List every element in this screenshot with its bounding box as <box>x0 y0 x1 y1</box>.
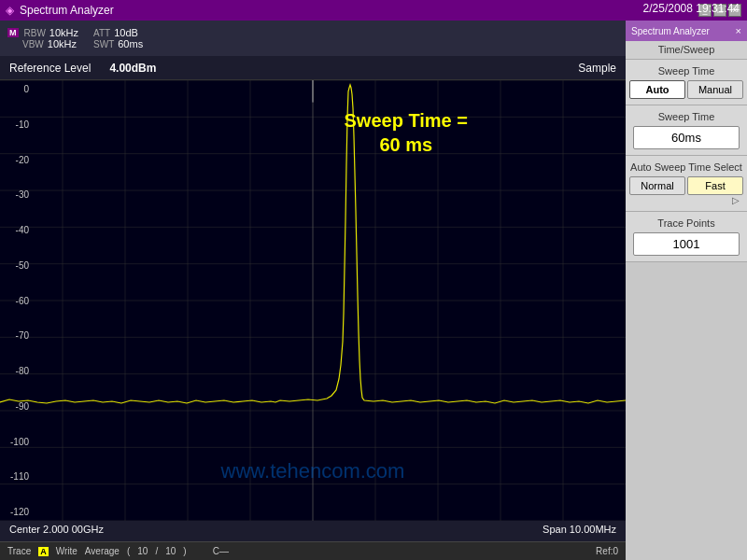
y-label-10: -10 <box>0 119 33 130</box>
analyzer-area: M RBW 10kHz VBW 10kHz ATT 10dB SWT 60ms <box>0 21 626 560</box>
y-label-30: -30 <box>0 189 33 200</box>
rbw-label: RBW <box>24 28 46 38</box>
status-bar: Trace A Write Average ( 10 / 10 ) C— Ref… <box>0 541 626 560</box>
sweep-text-line1: Sweep Time = <box>345 108 468 133</box>
swt-label: SWT <box>93 39 114 49</box>
m-badge: M <box>7 28 19 37</box>
rbw-group: M RBW 10kHz VBW 10kHz <box>7 27 78 49</box>
y-label-60: -60 <box>0 296 33 306</box>
window-title: Spectrum Analyzer <box>20 4 114 17</box>
count2: 10 <box>165 546 176 556</box>
average-label: Average <box>85 546 120 556</box>
trace-points-value[interactable]: 1001 <box>633 232 740 256</box>
sweep-time-value[interactable]: 60ms <box>633 126 740 149</box>
auto-sweep-section: Auto Sweep Time Select Normal Fast ▷ <box>626 156 747 212</box>
main-layout: M RBW 10kHz VBW 10kHz ATT 10dB SWT 60ms <box>0 21 747 560</box>
datetime-display: 2/25/2008 19:31:44 <box>643 2 740 15</box>
sweep-time-value-title: Sweep Time <box>629 111 743 122</box>
att-value: 10dB <box>114 27 138 38</box>
title-bar: ◈ Spectrum Analyzer _ □ × <box>0 0 747 21</box>
mode-label: Sample <box>578 62 616 75</box>
paren-right: ) <box>183 546 186 556</box>
slash: / <box>155 546 158 556</box>
ref-bar: Reference Level 4.00dBm Sample <box>0 56 626 80</box>
swt-value: 60ms <box>118 38 143 49</box>
auto-sweep-fast-button[interactable]: Fast <box>687 176 743 195</box>
y-label-110: -110 <box>0 471 33 482</box>
right-panel-header: Spectrum Analyzer × <box>626 21 747 41</box>
sweep-time-annotation: Sweep Time = 60 ms <box>345 108 468 157</box>
center-freq: Center 2.000 00GHz <box>9 524 104 539</box>
count1: 10 <box>137 546 148 556</box>
panel-arrow: ▷ <box>629 195 743 205</box>
ref-left: Reference Level 4.00dBm <box>9 62 156 75</box>
y-label-40: -40 <box>0 225 33 235</box>
right-panel-close[interactable]: × <box>736 25 741 36</box>
bracket-c: C— <box>213 546 229 556</box>
params-bar: M RBW 10kHz VBW 10kHz ATT 10dB SWT 60ms <box>0 21 626 56</box>
trace-label: Trace <box>7 546 31 556</box>
att-group: ATT 10dB SWT 60ms <box>93 27 143 49</box>
y-label-0: 0 <box>0 84 33 94</box>
y-label-90: -90 <box>0 401 33 412</box>
span-freq: Span 10.00MHz <box>543 524 616 539</box>
ref-label: Reference Level <box>9 62 91 75</box>
ref-value: 4.00dBm <box>109 62 156 75</box>
sweep-time-auto-button[interactable]: Auto <box>629 80 685 99</box>
chart-bottom: Center 2.000 00GHz Span 10.00MHz <box>0 521 626 541</box>
paren-left: ( <box>127 546 130 556</box>
sweep-text-line2: 60 ms <box>345 133 468 157</box>
y-label-50: -50 <box>0 260 33 271</box>
trace-points-title: Trace Points <box>629 217 743 229</box>
sweep-time-section: Sweep Time Auto Manual <box>626 60 747 105</box>
app-icon: ◈ <box>6 4 14 17</box>
trace-points-section: Trace Points 1001 <box>626 212 747 262</box>
auto-sweep-btn-row: Normal Fast <box>629 176 743 195</box>
y-axis: 0 -10 -20 -30 -40 -50 -60 -70 -80 -90 -1… <box>0 80 33 521</box>
right-panel-title: Spectrum Analyzer <box>631 26 710 36</box>
title-left: ◈ Spectrum Analyzer <box>6 4 114 17</box>
y-label-100: -100 <box>0 437 33 447</box>
vbw-value: 10kHz <box>48 38 77 49</box>
vbw-label: VBW <box>22 39 44 49</box>
trace-a-badge: A <box>38 547 49 556</box>
rbw-value: 10kHz <box>49 27 78 38</box>
auto-sweep-title: Auto Sweep Time Select <box>629 161 743 173</box>
y-label-80: -80 <box>0 366 33 376</box>
sweep-time-manual-button[interactable]: Manual <box>687 80 743 99</box>
auto-sweep-normal-button[interactable]: Normal <box>629 176 685 195</box>
y-label-70: -70 <box>0 330 33 341</box>
chart-grid <box>0 80 626 521</box>
att-label: ATT <box>93 28 110 38</box>
right-panel: Spectrum Analyzer × Time/Sweep Sweep Tim… <box>626 21 747 560</box>
ref-bottom: Ref:0 <box>596 546 618 556</box>
right-panel-subheader: Time/Sweep <box>626 41 747 60</box>
y-label-120: -120 <box>0 507 33 517</box>
chart-wrapper: 0 -10 -20 -30 -40 -50 -60 -70 -80 -90 -1… <box>0 80 626 521</box>
sweep-time-value-section: Sweep Time 60ms <box>626 105 747 156</box>
sweep-time-title: Sweep Time <box>629 65 743 77</box>
write-label: Write <box>56 546 78 556</box>
y-label-20: -20 <box>0 155 33 165</box>
sweep-time-btn-row: Auto Manual <box>629 80 743 99</box>
